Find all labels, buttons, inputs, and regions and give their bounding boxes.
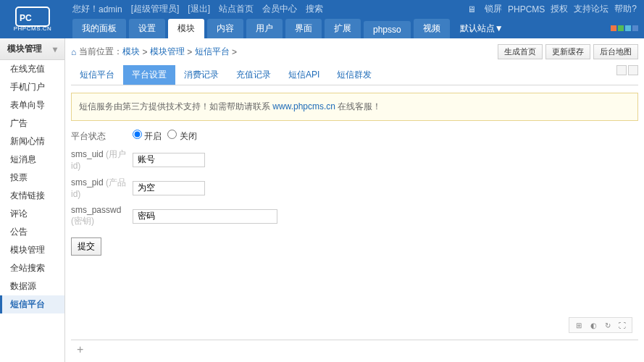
sidebar-item-recharge[interactable]: 在线充值	[0, 60, 64, 78]
greeting: 您好！	[72, 3, 99, 15]
lock-link[interactable]: 锁屏	[485, 3, 502, 15]
nav-tab-settings[interactable]: 设置	[129, 19, 165, 38]
sidebar-item-mood[interactable]: 新闻心情	[0, 132, 64, 151]
sidebar-title: 模块管理 ▾	[0, 38, 64, 60]
svg-text:PC: PC	[20, 13, 32, 23]
sidebar-item-datasource[interactable]: 数据源	[0, 277, 64, 295]
sidebar-item-notice[interactable]: 公告	[0, 223, 64, 241]
nav-tab-dashboard[interactable]: 我的面板	[72, 19, 126, 38]
theme-color-1[interactable]	[611, 25, 616, 31]
role-link[interactable]: [超级管理员]	[131, 3, 180, 15]
radio-on-label[interactable]: 开启	[133, 130, 162, 143]
theme-color-2[interactable]	[618, 25, 624, 31]
sidebar-item-comment[interactable]: 评论	[0, 205, 64, 223]
sms-pid-input[interactable]	[133, 181, 205, 195]
subtab-consume-log[interactable]: 消费记录	[175, 65, 227, 85]
theme-color-3[interactable]	[625, 25, 631, 31]
radio-off[interactable]	[167, 130, 177, 139]
tool-icon-2[interactable]: ◐	[588, 320, 598, 330]
sidebar-item-form[interactable]: 表单向导	[0, 96, 64, 114]
site-home-link[interactable]: 站点首页	[219, 3, 254, 15]
chevron-down-icon[interactable]: ▾	[53, 44, 57, 54]
status-label: 平台状态	[71, 130, 133, 143]
pid-label: sms_pid	[71, 177, 104, 188]
submit-button[interactable]: 提交	[71, 237, 101, 256]
breadcrumb-sms[interactable]: 短信平台	[195, 46, 230, 58]
notice-text-2: 在线客服！	[335, 101, 381, 111]
sidebar-item-ad[interactable]: 广告	[0, 114, 64, 132]
add-tab-button[interactable]: +	[71, 343, 89, 355]
notice-text-1: 短信服务由第三方提供技术支持！如需帮助请联系	[79, 101, 272, 111]
help-link[interactable]: 帮助?	[614, 3, 637, 15]
subtab-platform-settings[interactable]: 平台设置	[123, 65, 175, 85]
nav-tab-extend[interactable]: 扩展	[325, 19, 361, 38]
sms-passwd-input[interactable]	[133, 209, 277, 224]
theme-color-4[interactable]	[632, 25, 638, 31]
uid-label: sms_uid	[71, 149, 104, 159]
breadcrumb-label: 当前位置：	[79, 46, 122, 58]
forum-link[interactable]: 支持论坛	[574, 3, 609, 15]
home-icon[interactable]: ⌂	[71, 47, 76, 57]
gen-home-button[interactable]: 生成首页	[498, 44, 543, 59]
logo[interactable]: PC PHPCMS.CN	[0, 0, 65, 38]
username-link[interactable]: admin	[99, 4, 122, 14]
view-grid-icon[interactable]	[616, 65, 627, 75]
breadcrumb-mgmt[interactable]: 模块管理	[150, 46, 185, 58]
search-link[interactable]: 搜索	[306, 3, 323, 15]
radio-off-label[interactable]: 关闭	[167, 130, 196, 143]
tool-icon-3[interactable]: ↻	[603, 320, 613, 330]
sidebar-item-links[interactable]: 友情链接	[0, 187, 64, 205]
breadcrumb-module[interactable]: 模块	[122, 46, 140, 58]
sms-uid-input[interactable]	[133, 153, 205, 167]
breadcrumb: ⌂ 当前位置： 模块 > 模块管理 > 短信平台 > 生成首页 更新缓存 后台地…	[71, 44, 638, 59]
radio-on[interactable]	[133, 130, 142, 139]
phpcms-link[interactable]: PHPCMS	[508, 4, 545, 14]
nav-tab-user[interactable]: 用户	[246, 19, 283, 38]
logout-link[interactable]: [退出]	[188, 3, 210, 15]
pwd-hint: (密钥)	[71, 216, 94, 226]
subtab-sms-mass[interactable]: 短信群发	[328, 65, 380, 85]
nav-tab-video[interactable]: 视频	[414, 19, 450, 38]
sidebar-item-vote[interactable]: 投票	[0, 169, 64, 187]
tool-icon-4[interactable]: ⛶	[617, 320, 627, 330]
footer-toolbar: ⊞ ◐ ↻ ⛶	[569, 317, 632, 333]
update-cache-button[interactable]: 更新缓存	[545, 44, 590, 59]
nav-tab-phpsso[interactable]: phpsso	[364, 21, 411, 38]
notice-box: 短信服务由第三方提供技术支持！如需帮助请联系 www.phpcms.cn 在线客…	[71, 93, 638, 121]
logo-text: PHPCMS.CN	[14, 25, 52, 32]
subtab-recharge-log[interactable]: 充值记录	[227, 65, 280, 85]
site-select[interactable]: 默认站点▼	[453, 19, 511, 38]
subtab-sms-api[interactable]: 短信API	[280, 65, 328, 85]
license-link[interactable]: 授权	[551, 3, 568, 15]
member-center-link[interactable]: 会员中心	[262, 3, 297, 15]
sidebar-item-mobile[interactable]: 手机门户	[0, 78, 64, 96]
pwd-label: sms_passwd	[71, 205, 121, 215]
tool-icon-1[interactable]: ⊞	[574, 320, 584, 330]
view-list-icon[interactable]	[628, 65, 638, 75]
nav-tab-content[interactable]: 内容	[207, 19, 243, 38]
nav-tab-ui[interactable]: 界面	[285, 19, 322, 38]
sidebar-item-message[interactable]: 短消息	[0, 151, 64, 169]
nav-tab-module[interactable]: 模块	[168, 19, 204, 38]
monitor-icon: 🖥	[467, 4, 476, 14]
sidebar-item-search[interactable]: 全站搜索	[0, 259, 64, 277]
subtab-sms-platform[interactable]: 短信平台	[71, 65, 123, 85]
sidebar-title-text: 模块管理	[7, 43, 42, 55]
sidebar-item-module-mgmt[interactable]: 模块管理	[0, 241, 64, 259]
sitemap-button[interactable]: 后台地图	[593, 44, 638, 59]
notice-link[interactable]: www.phpcms.cn	[272, 101, 335, 111]
sidebar-item-sms[interactable]: 短信平台	[0, 295, 64, 313]
